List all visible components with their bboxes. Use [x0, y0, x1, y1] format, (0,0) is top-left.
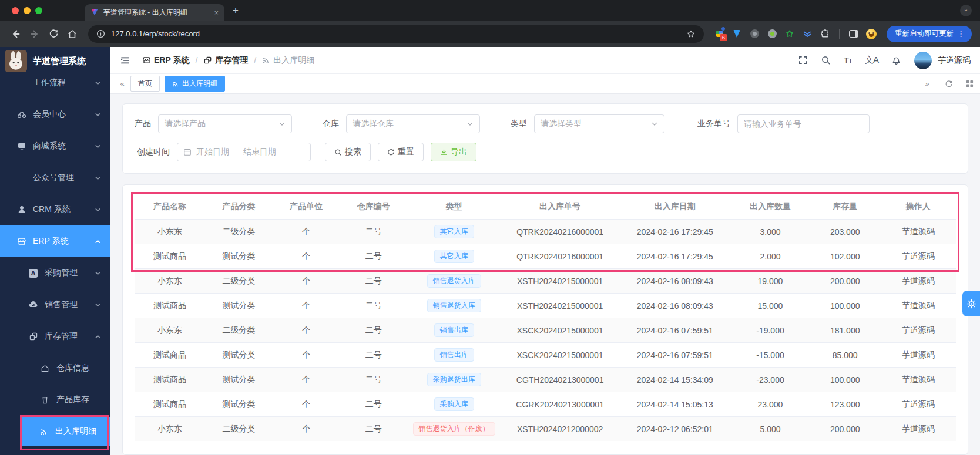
sales-icon [28, 300, 38, 310]
warehouse-select[interactable]: 请选择仓库 [346, 114, 480, 133]
close-window-button[interactable] [12, 7, 19, 14]
cell-quantity: 2.000 [731, 244, 810, 269]
search-icon[interactable] [821, 55, 831, 65]
sidebar-item-stock[interactable]: 库存管理 [0, 321, 110, 352]
site-info-icon[interactable] [96, 29, 105, 38]
sidebar-item-label: 销售管理 [45, 299, 78, 310]
browser-tab[interactable]: 芋道管理系统 - 出入库明细 [85, 4, 224, 21]
reload-button[interactable] [46, 26, 61, 42]
address-bar[interactable]: 127.0.0.1/erp/stock/record [88, 25, 704, 43]
cell-warehouse: 二号 [340, 392, 407, 417]
breadcrumb-separator: / [195, 56, 197, 65]
tab-close-icon[interactable] [214, 8, 219, 17]
filter-bizno: 业务单号 [695, 114, 870, 133]
notification-bell-icon[interactable] [891, 55, 901, 65]
sidebar-item-warehouse[interactable]: 仓库信息 [0, 352, 110, 384]
filter-row-2: 创建时间 开始日期 – 结束日期 搜索 [135, 143, 956, 161]
cell-date: 2024-02-16 08:09:43 [619, 269, 731, 294]
user-avatar[interactable] [914, 52, 932, 69]
sidebar-item-label: 仓库信息 [56, 363, 89, 373]
home-button[interactable] [65, 26, 80, 42]
refresh-page-icon[interactable] [938, 74, 959, 93]
sidebar-item-erp[interactable]: ERP 系统 [0, 225, 110, 257]
cell-date: 2024-02-16 07:59:51 [619, 318, 731, 343]
cell-product-category: 测试分类 [205, 368, 273, 392]
sidebar-item-purchase[interactable]: 采购管理 [0, 257, 110, 289]
reset-button[interactable]: 重置 [378, 143, 424, 161]
new-tab-button[interactable] [233, 5, 239, 16]
search-button[interactable]: 搜索 [325, 143, 371, 161]
back-button[interactable] [8, 26, 24, 42]
app-frame: 芋道管理系统 工作流程 会员中心 商城系统 公众号管理 [0, 47, 980, 455]
cell-stock: 200.000 [810, 417, 880, 441]
breadcrumb-erp[interactable]: ERP 系统 [142, 55, 189, 66]
browser-toolbar: 127.0.0.1/erp/stock/record 6 重新启动即可更新 [0, 21, 980, 47]
chevron-down-icon [651, 120, 658, 127]
type-tag: 其它入库 [434, 225, 474, 239]
relaunch-to-update-button[interactable]: 重新启动即可更新 [887, 26, 972, 42]
cell-operator: 芋道源码 [880, 368, 956, 392]
extension-recorder-icon[interactable] [765, 27, 779, 41]
sidebar-collapse-icon[interactable] [120, 55, 130, 66]
sidebar-item-stock-record[interactable]: 出入库明细 [22, 417, 110, 446]
theme-settings-button[interactable] [962, 291, 980, 316]
export-button[interactable]: 导出 [431, 143, 476, 161]
app-logo: 芋道管理系统 [0, 47, 110, 75]
cell-date: 2024-02-16 07:59:51 [619, 343, 731, 368]
minimize-window-button[interactable] [24, 7, 31, 14]
cell-quantity: 15.000 [731, 294, 810, 318]
extension-wheel-icon[interactable] [747, 27, 761, 41]
tag-tab-stock-record[interactable]: 出入库明细 [165, 76, 225, 92]
tags-scroll-right-icon[interactable] [917, 74, 938, 93]
chevron-down-icon [95, 175, 101, 181]
table-row: 测试商品 测试分类 个 二号 销售退货入库 XSTH20240215000001… [135, 294, 956, 318]
col-product-category: 产品分类 [205, 194, 273, 220]
tab-search-icon[interactable] [960, 5, 972, 16]
browser-tab-strip: 芋道管理系统 - 出入库明细 [0, 0, 980, 21]
tags-scroll-left-icon[interactable] [114, 79, 130, 88]
layout-grid-icon[interactable] [959, 74, 980, 93]
extension-kite-icon[interactable] [730, 27, 744, 41]
forward-button[interactable] [27, 26, 42, 42]
sidebar-item-label: 商城系统 [33, 141, 66, 151]
sidebar-item-member[interactable]: 会员中心 [0, 99, 110, 130]
breadcrumb-stock[interactable]: 库存管理 [203, 55, 248, 66]
filter-card: 产品 请选择产品 仓库 请选择仓库 [122, 103, 968, 174]
bizno-input[interactable] [737, 114, 870, 133]
fullscreen-icon[interactable] [798, 55, 808, 65]
date-range-input[interactable]: 开始日期 – 结束日期 [177, 143, 311, 161]
cell-product-category: 测试分类 [205, 294, 273, 318]
browser-menu-icon[interactable] [954, 29, 968, 38]
locale-icon[interactable]: 文A [865, 55, 878, 66]
cell-type: 采购入库 [407, 392, 501, 417]
bookmark-star-icon[interactable] [686, 29, 696, 39]
table-card: 产品名称 产品分类 产品单位 仓库编号 类型 出入库单号 出入库日期 出入库数量… [122, 184, 968, 455]
cell-type: 其它入库 [407, 244, 501, 269]
cell-operator: 芋道源码 [880, 392, 956, 417]
sidebar-item-sales[interactable]: 销售管理 [0, 289, 110, 321]
sidebar-item-crm[interactable]: CRM 系统 [0, 194, 110, 225]
sidebar-item-mp[interactable]: 公众号管理 [0, 162, 110, 194]
type-tag: 采购退货出库 [427, 373, 481, 387]
calendar-icon [183, 148, 192, 156]
type-select[interactable]: 请选择类型 [534, 114, 664, 133]
extension-chevrons-icon[interactable] [800, 27, 814, 41]
tag-tab-home[interactable]: 首页 [130, 76, 160, 92]
chevron-down-icon [95, 112, 101, 118]
extension-badge: 6 [720, 34, 727, 41]
extensions-puzzle-icon[interactable] [818, 27, 832, 41]
download-icon [440, 149, 448, 156]
profile-avatar-icon[interactable] [864, 27, 878, 41]
extension-star-icon[interactable] [783, 27, 797, 41]
page-content: 产品 请选择产品 仓库 请选择仓库 [110, 94, 980, 455]
font-size-icon[interactable]: Tт [844, 55, 852, 65]
reset-icon [387, 149, 395, 156]
cell-stock: 181.000 [810, 318, 880, 343]
side-panel-icon[interactable] [847, 27, 861, 41]
extension-workspace-icon[interactable]: 6 [712, 27, 726, 41]
sidebar-item-product-stock[interactable]: 产品库存 [0, 384, 110, 416]
tags-view-bar: 首页 出入库明细 [110, 74, 980, 94]
zoom-window-button[interactable] [35, 7, 42, 14]
sidebar-item-mall[interactable]: 商城系统 [0, 130, 110, 162]
product-select[interactable]: 请选择产品 [158, 114, 292, 133]
